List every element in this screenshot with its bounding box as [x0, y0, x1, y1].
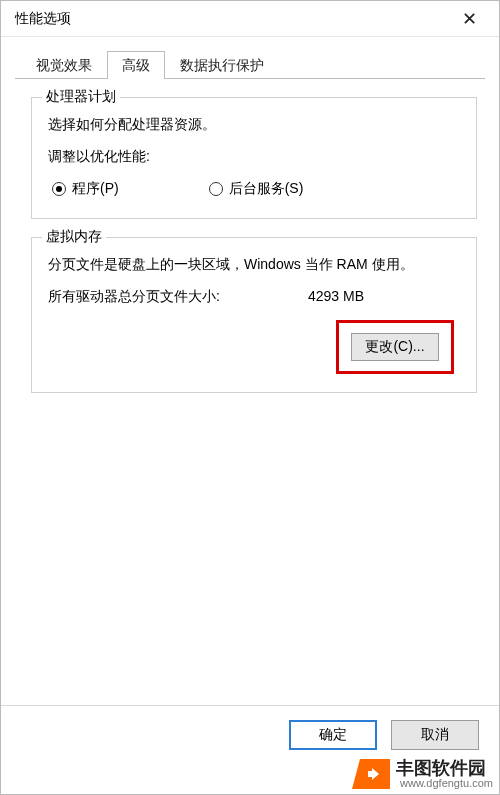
- vm-total-label: 所有驱动器总分页文件大小:: [48, 288, 308, 306]
- processor-scheduling-group: 处理器计划 选择如何分配处理器资源。 调整以优化性能: 程序(P) 后台服务(S…: [31, 97, 477, 219]
- radio-circle-icon: [52, 182, 66, 196]
- close-icon: ✕: [462, 8, 477, 30]
- watermark-logo-icon: [360, 759, 390, 789]
- vm-change-button[interactable]: 更改(C)...: [351, 333, 439, 361]
- vm-total-value: 4293 MB: [308, 288, 460, 306]
- radio-background-label: 后台服务(S): [229, 180, 304, 198]
- radio-circle-icon: [209, 182, 223, 196]
- window-title: 性能选项: [15, 10, 447, 28]
- close-button[interactable]: ✕: [447, 3, 491, 35]
- radio-programs[interactable]: 程序(P): [52, 180, 119, 198]
- watermark-url: www.dgfengtu.com: [400, 778, 493, 790]
- radio-background-services[interactable]: 后台服务(S): [209, 180, 304, 198]
- radio-programs-label: 程序(P): [72, 180, 119, 198]
- tab-strip: 视觉效果 高级 数据执行保护: [15, 49, 485, 79]
- tab-advanced[interactable]: 高级: [107, 51, 165, 79]
- adjust-best-performance-label: 调整以优化性能:: [48, 148, 460, 166]
- processor-scheduling-title: 处理器计划: [42, 88, 120, 106]
- performance-options-window: 性能选项 ✕ 视觉效果 高级 数据执行保护 处理器计划 选择如何分配处理器资源。…: [0, 0, 500, 795]
- processor-scheduling-desc: 选择如何分配处理器资源。: [48, 116, 460, 134]
- dialog-footer: 确定 取消: [1, 705, 499, 750]
- virtual-memory-desc: 分页文件是硬盘上的一块区域，Windows 当作 RAM 使用。: [48, 256, 460, 274]
- vm-total-row: 所有驱动器总分页文件大小: 4293 MB: [48, 288, 460, 306]
- vm-change-wrap: 更改(C)...: [48, 312, 460, 376]
- virtual-memory-title: 虚拟内存: [42, 228, 106, 246]
- radio-row: 程序(P) 后台服务(S): [48, 176, 460, 202]
- watermark-text: 丰图软件园 www.dgfengtu.com: [396, 759, 493, 789]
- tab-visual-effects[interactable]: 视觉效果: [21, 51, 107, 79]
- tab-content-advanced: 处理器计划 选择如何分配处理器资源。 调整以优化性能: 程序(P) 后台服务(S…: [1, 79, 499, 421]
- vm-change-highlight: 更改(C)...: [336, 320, 454, 374]
- watermark-name: 丰图软件园: [396, 759, 493, 778]
- ok-button[interactable]: 确定: [289, 720, 377, 750]
- tabs-container: 视觉效果 高级 数据执行保护: [1, 37, 499, 79]
- play-arrow-icon: [372, 768, 379, 780]
- watermark: 丰图软件园 www.dgfengtu.com: [360, 754, 499, 794]
- cancel-button[interactable]: 取消: [391, 720, 479, 750]
- virtual-memory-group: 虚拟内存 分页文件是硬盘上的一块区域，Windows 当作 RAM 使用。 所有…: [31, 237, 477, 393]
- tab-dep[interactable]: 数据执行保护: [165, 51, 279, 79]
- titlebar: 性能选项 ✕: [1, 1, 499, 37]
